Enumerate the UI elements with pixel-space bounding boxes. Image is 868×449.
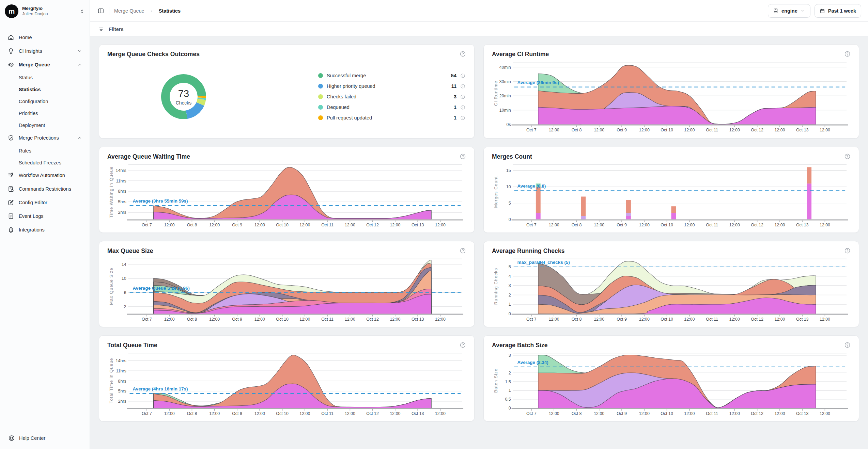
- svg-text:Oct 13: Oct 13: [796, 223, 809, 227]
- help-center-link[interactable]: Help Center: [0, 428, 90, 449]
- org-switch-icon[interactable]: [79, 9, 85, 14]
- sidebar-item-commands-restrictions[interactable]: Commands Restrictions: [4, 182, 86, 196]
- info-icon[interactable]: [460, 84, 465, 89]
- chart-ci_runtime[interactable]: Oct 712:00Oct 812:00Oct 912:00Oct 1012:0…: [492, 58, 851, 135]
- svg-text:Max Queue Size: Max Queue Size: [109, 268, 114, 305]
- filter-lines-icon: [98, 26, 105, 33]
- sidebar-item-label: Merge Queue: [19, 62, 50, 67]
- org-names: Mergifyio Julien Danjou: [22, 6, 48, 17]
- legend-label: Checks failed: [327, 94, 356, 99]
- info-icon[interactable]: [460, 94, 465, 99]
- sidebar-item-deployment[interactable]: Deployment: [4, 119, 86, 131]
- help-icon[interactable]: [844, 342, 851, 348]
- sidebar-item-label: Home: [19, 35, 32, 40]
- svg-text:2: 2: [509, 293, 511, 298]
- outcomes-chart: 73 Checks Successful merge 54 Higher pri…: [107, 58, 466, 135]
- svg-text:Oct 10: Oct 10: [276, 317, 289, 322]
- filters-button[interactable]: Filters: [109, 27, 124, 32]
- chart-queue_waiting[interactable]: Oct 712:00Oct 812:00Oct 912:00Oct 1012:0…: [107, 160, 466, 230]
- help-icon[interactable]: [460, 247, 466, 254]
- card-title: Total Queue Time: [107, 342, 157, 349]
- help-icon[interactable]: [844, 153, 851, 160]
- card-title: Average Queue Waiting Time: [107, 153, 190, 160]
- svg-text:0: 0: [509, 406, 511, 411]
- svg-text:12:00: 12:00: [594, 223, 604, 227]
- sidebar-item-event-logs[interactable]: Event Logs: [4, 209, 86, 223]
- svg-text:Average (2.34): Average (2.34): [517, 360, 548, 365]
- svg-text:12:00: 12:00: [209, 223, 220, 227]
- chart-running_checks[interactable]: Oct 712:00Oct 812:00Oct 912:00Oct 1012:0…: [492, 255, 851, 324]
- chart-total_queue_time[interactable]: Oct 712:00Oct 812:00Oct 912:00Oct 1012:0…: [107, 349, 466, 418]
- svg-text:12:00: 12:00: [345, 223, 355, 227]
- help-icon[interactable]: [460, 342, 466, 348]
- svg-text:12:00: 12:00: [164, 411, 175, 416]
- svg-text:12:00: 12:00: [549, 317, 559, 322]
- sidebar-item-status[interactable]: Status: [4, 71, 86, 83]
- book-icon: [773, 8, 778, 14]
- legend-item-pull-request-updated[interactable]: Pull request updated 1: [318, 113, 465, 123]
- commands-doc-lock-icon: [7, 186, 14, 192]
- sidebar-item-merge-queue[interactable]: Merge Queue: [4, 58, 86, 71]
- sidebar-nav: Home CI Insights Merge Queue StatusStati…: [0, 22, 90, 428]
- legend-item-dequeued[interactable]: Dequeued 1: [318, 102, 465, 113]
- app-root: m Mergifyio Julien Danjou Home CI Insigh…: [0, 0, 868, 449]
- sidebar-item-label: Event Logs: [19, 213, 44, 219]
- svg-text:12:00: 12:00: [639, 411, 650, 416]
- svg-text:Oct 10: Oct 10: [661, 317, 673, 322]
- sidebar-item-label: Integrations: [19, 227, 45, 232]
- svg-text:Oct 11: Oct 11: [321, 411, 334, 416]
- info-icon[interactable]: [460, 105, 465, 110]
- svg-text:Oct 7: Oct 7: [526, 317, 537, 322]
- svg-text:10: 10: [122, 276, 126, 281]
- svg-text:2hrs: 2hrs: [118, 399, 126, 404]
- help-icon[interactable]: [844, 51, 851, 57]
- legend-item-successful-merge[interactable]: Successful merge 54: [318, 70, 465, 81]
- repository-select[interactable]: engine: [768, 4, 810, 18]
- info-icon[interactable]: [460, 73, 465, 78]
- sidebar-item-priorities[interactable]: Priorities: [4, 107, 86, 119]
- svg-text:Batch Size: Batch Size: [493, 368, 498, 393]
- sidebar-item-scheduled-freezes[interactable]: Scheduled Freezes: [4, 157, 86, 169]
- svg-text:12:00: 12:00: [774, 223, 785, 227]
- sidebar-item-configuration[interactable]: Configuration: [4, 95, 86, 107]
- svg-text:12:00: 12:00: [164, 317, 175, 322]
- card-max_queue_size: Max Queue Size Oct 712:00Oct 812:00Oct 9…: [99, 241, 475, 327]
- sidebar-item-merge-protections[interactable]: Merge Protections: [4, 131, 86, 145]
- sidebar-item-integrations[interactable]: Integrations: [4, 223, 86, 237]
- svg-text:0: 0: [509, 311, 511, 316]
- help-icon[interactable]: [460, 51, 466, 57]
- outcomes-donut[interactable]: 73 Checks: [158, 71, 210, 123]
- sidebar-item-statistics[interactable]: Statistics: [4, 83, 86, 95]
- svg-text:Oct 10: Oct 10: [276, 411, 289, 416]
- chart-merges_count[interactable]: Oct 712:00Oct 812:00Oct 912:00Oct 1012:0…: [492, 160, 851, 230]
- svg-text:Oct 8: Oct 8: [572, 317, 582, 322]
- svg-text:3: 3: [509, 283, 511, 288]
- sidebar-toggle-icon[interactable]: [97, 7, 104, 14]
- org-user-name: Julien Danjou: [22, 12, 48, 17]
- svg-text:Oct 7: Oct 7: [142, 411, 152, 416]
- sidebar-item-ci-insights[interactable]: CI Insights: [4, 44, 86, 58]
- sidebar-item-home[interactable]: Home: [4, 31, 86, 44]
- svg-text:Average Queue Size (5.96): Average Queue Size (5.96): [133, 286, 190, 291]
- sidebar-item-config-editor[interactable]: Config Editor: [4, 196, 86, 209]
- svg-text:12:00: 12:00: [209, 411, 220, 416]
- svg-text:Merges Count: Merges Count: [493, 176, 498, 208]
- help-icon[interactable]: [460, 153, 466, 160]
- org-switcher[interactable]: m Mergifyio Julien Danjou: [0, 0, 90, 22]
- svg-text:12:00: 12:00: [345, 411, 355, 416]
- card-title: Average Batch Size: [492, 342, 548, 349]
- legend-item-checks-failed[interactable]: Checks failed 3: [318, 92, 465, 102]
- info-icon[interactable]: [460, 115, 465, 121]
- sidebar-item-workflow-automation[interactable]: Workflow Automation: [4, 169, 86, 182]
- time-range-button[interactable]: Past 1 week: [815, 4, 861, 18]
- chart-max_queue_size[interactable]: Oct 712:00Oct 812:00Oct 912:00Oct 1012:0…: [107, 255, 466, 324]
- breadcrumb-parent[interactable]: Merge Queue: [114, 8, 144, 14]
- svg-text:Oct 7: Oct 7: [526, 128, 537, 132]
- legend-item-higher-priority-queued[interactable]: Higher priority queued 11: [318, 81, 465, 92]
- svg-text:Oct 12: Oct 12: [366, 411, 379, 416]
- svg-text:0s: 0s: [507, 122, 511, 127]
- chart-batch_size[interactable]: Oct 712:00Oct 812:00Oct 912:00Oct 1012:0…: [492, 349, 851, 418]
- help-icon[interactable]: [844, 247, 851, 254]
- svg-text:2: 2: [124, 304, 126, 309]
- sidebar-item-rules[interactable]: Rules: [4, 145, 86, 157]
